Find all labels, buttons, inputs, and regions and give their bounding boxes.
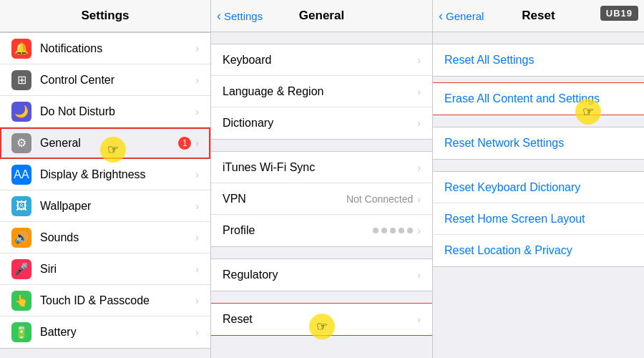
left-item-siri[interactable]: 🎤Siri›: [0, 253, 210, 285]
left-item-display-brightness[interactable]: AADisplay & Brightness›: [0, 159, 210, 190]
dictionary-chevron: ›: [417, 117, 421, 129]
sounds-label: Sounds: [40, 231, 195, 244]
middle-panel-title: General: [299, 9, 344, 23]
right-group-3: Reset Network Settings: [433, 127, 644, 160]
touch-id-chevron: ›: [195, 295, 199, 306]
wallpaper-icon: 🖼: [11, 196, 31, 216]
middle-item-profile[interactable]: Profile ›: [211, 215, 432, 246]
do-not-disturb-chevron: ›: [195, 106, 199, 117]
profile-dot-2: [381, 228, 387, 233]
vpn-chevron: ›: [417, 193, 421, 205]
do-not-disturb-label: Do Not Disturb: [40, 105, 195, 118]
left-item-control-center[interactable]: ⊞Control Center›: [0, 64, 210, 96]
middle-item-regulatory[interactable]: Regulatory ›: [211, 259, 432, 291]
middle-item-itunes[interactable]: iTunes Wi-Fi Sync ›: [211, 152, 432, 183]
middle-item-vpn[interactable]: VPN Not Connected ›: [211, 183, 432, 215]
right-back-button[interactable]: ‹ General: [439, 9, 484, 24]
right-panel-title: Reset: [522, 9, 555, 23]
right-item-erase-all[interactable]: Erase All Content and Settings ☞: [433, 83, 644, 115]
right-item-reset-network[interactable]: Reset Network Settings: [433, 127, 644, 159]
sounds-icon: 🔊: [11, 228, 31, 248]
right-panel: ‹ General Reset UB19 Reset All Settings …: [433, 0, 644, 358]
left-panel: Settings 🔔Notifications›⊞Control Center›…: [0, 0, 211, 358]
reset-label: Reset: [223, 313, 417, 326]
middle-panel-header: ‹ Settings General: [211, 0, 432, 32]
right-item-reset-all[interactable]: Reset All Settings: [433, 44, 644, 76]
battery-label: Battery: [40, 326, 195, 339]
middle-group-1: Keyboard › Language & Region › Dictionar…: [211, 44, 432, 140]
right-item-reset-home[interactable]: Reset Home Screen Layout: [433, 203, 644, 235]
display-brightness-label: Display & Brightness: [40, 168, 195, 181]
notifications-icon: 🔔: [11, 39, 31, 59]
do-not-disturb-icon: 🌙: [11, 102, 31, 122]
keyboard-chevron: ›: [417, 54, 421, 66]
notifications-label: Notifications: [40, 42, 195, 55]
reset-home-label: Reset Home Screen Layout: [444, 213, 585, 226]
reset-chevron: ›: [417, 314, 421, 325]
middle-group-2: iTunes Wi-Fi Sync › VPN Not Connected › …: [211, 151, 432, 247]
wallpaper-chevron: ›: [195, 200, 199, 212]
profile-dot-3: [390, 228, 396, 233]
erase-all-label: Erase All Content and Settings: [444, 92, 600, 105]
right-back-chevron-icon: ‹: [439, 9, 443, 24]
middle-item-keyboard[interactable]: Keyboard ›: [211, 44, 432, 76]
left-panel-list: 🔔Notifications›⊞Control Center›🌙Do Not D…: [0, 32, 210, 349]
siri-label: Siri: [40, 263, 195, 276]
middle-item-reset[interactable]: Reset › ☞: [211, 304, 432, 335]
left-item-touch-id[interactable]: 👆Touch ID & Passcode›: [0, 285, 210, 316]
display-brightness-chevron: ›: [195, 169, 199, 180]
control-center-label: Control Center: [40, 74, 195, 87]
left-item-sounds[interactable]: 🔊Sounds›: [0, 222, 210, 253]
left-item-wallpaper[interactable]: 🖼Wallpaper›: [0, 190, 210, 222]
sounds-chevron: ›: [195, 232, 199, 243]
reset-network-label: Reset Network Settings: [444, 137, 564, 150]
back-chevron-icon: ‹: [217, 9, 221, 24]
left-panel-title: Settings: [81, 9, 129, 23]
siri-chevron: ›: [195, 263, 199, 275]
profile-chevron: ›: [417, 225, 421, 236]
left-panel-body: 🔔Notifications›⊞Control Center›🌙Do Not D…: [0, 32, 210, 358]
middle-item-dictionary[interactable]: Dictionary ›: [211, 107, 432, 139]
touch-id-label: Touch ID & Passcode: [40, 294, 195, 307]
vpn-value: Not Connected: [346, 193, 413, 205]
reset-location-label: Reset Location & Privacy: [444, 244, 572, 257]
middle-panel: ‹ Settings General Keyboard › Language &…: [211, 0, 433, 358]
regulatory-label: Regulatory: [223, 268, 417, 281]
middle-panel-body: Keyboard › Language & Region › Dictionar…: [211, 32, 432, 358]
middle-back-label: Settings: [224, 10, 263, 22]
itunes-chevron: ›: [417, 162, 421, 173]
right-item-reset-keyboard[interactable]: Reset Keyboard Dictionary: [433, 172, 644, 203]
middle-back-button[interactable]: ‹ Settings: [217, 9, 263, 24]
left-panel-header: Settings: [0, 0, 210, 32]
language-label: Language & Region: [223, 85, 417, 98]
right-item-reset-location[interactable]: Reset Location & Privacy: [433, 235, 644, 266]
left-item-general[interactable]: ⚙General1☞›: [0, 127, 210, 159]
wallpaper-label: Wallpaper: [40, 200, 195, 213]
profile-dot-1: [373, 228, 379, 233]
general-icon: ⚙: [11, 133, 31, 153]
watermark: UB19: [600, 6, 638, 21]
middle-item-language[interactable]: Language & Region ›: [211, 76, 432, 107]
right-group-1: Reset All Settings: [433, 44, 644, 77]
right-group-4: Reset Keyboard Dictionary Reset Home Scr…: [433, 171, 644, 267]
left-item-battery[interactable]: 🔋Battery›: [0, 316, 210, 348]
profile-label: Profile: [223, 224, 373, 237]
vpn-label: VPN: [223, 193, 346, 205]
regulatory-chevron: ›: [417, 269, 421, 281]
touch-id-icon: 👆: [11, 291, 31, 311]
keyboard-label: Keyboard: [223, 54, 417, 67]
left-item-notifications[interactable]: 🔔Notifications›: [0, 33, 210, 64]
general-label: General: [40, 137, 178, 150]
battery-icon: 🔋: [11, 322, 31, 342]
profile-dot-4: [399, 228, 404, 233]
general-chevron: ›: [195, 137, 199, 149]
itunes-label: iTunes Wi-Fi Sync: [223, 161, 417, 174]
siri-icon: 🎤: [11, 259, 31, 279]
reset-keyboard-label: Reset Keyboard Dictionary: [444, 181, 580, 194]
language-chevron: ›: [417, 86, 421, 97]
control-center-icon: ⊞: [11, 70, 31, 90]
right-panel-body: Reset All Settings Erase All Content and…: [433, 32, 644, 358]
left-item-do-not-disturb[interactable]: 🌙Do Not Disturb›: [0, 96, 210, 127]
profile-dots: [373, 228, 413, 233]
middle-group-3: Regulatory ›: [211, 258, 432, 291]
